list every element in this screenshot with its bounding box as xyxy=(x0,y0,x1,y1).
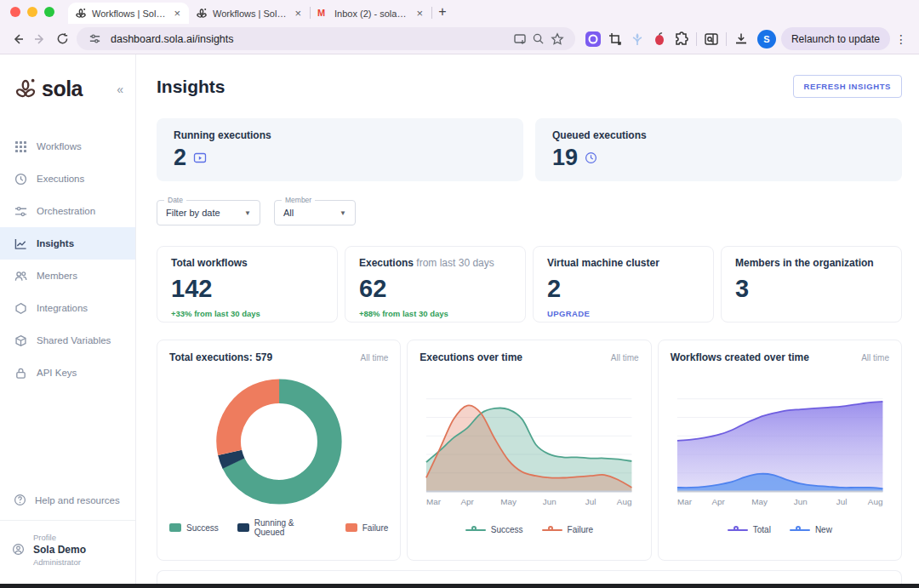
screenshot-crop-icon[interactable] xyxy=(604,28,626,50)
tab-title: Workflows | Sola Dashboard xyxy=(213,9,288,19)
profile-block[interactable]: Profile Sola Demo Administrator xyxy=(0,521,135,584)
sidebar-item-label: Executions xyxy=(37,174,84,184)
legend-label: Total xyxy=(753,525,771,534)
page-title: Insights xyxy=(157,77,225,97)
select-label: Date xyxy=(164,196,186,204)
extensions-puzzle-icon[interactable] xyxy=(671,28,693,50)
stats-row: Total workflows 142 +33% from last 30 da… xyxy=(157,246,902,323)
browser-tab-2[interactable]: Workflows | Sola Dashboard × xyxy=(189,3,310,24)
legend-item: Running & Queued xyxy=(237,518,327,537)
sola-favicon-icon xyxy=(75,8,87,20)
members-org-card: Members in the organization 3 xyxy=(721,246,902,323)
legend-line-marker xyxy=(542,526,562,534)
legend-label: Failure xyxy=(362,523,389,533)
stat-value: 2 xyxy=(547,275,699,303)
sidebar-item-executions[interactable]: Executions xyxy=(0,163,135,195)
member-filter-select[interactable]: Member All ▼ xyxy=(274,200,356,225)
sidebar-item-orchestration[interactable]: Orchestration xyxy=(0,195,135,227)
relaunch-to-update-button[interactable]: Relaunch to update xyxy=(781,27,890,50)
executions-chart-legend: SuccessFailure xyxy=(420,525,638,534)
sidebar-item-members[interactable]: Members xyxy=(0,260,135,292)
zoom-icon[interactable] xyxy=(529,30,548,49)
browser-profile-avatar[interactable]: S xyxy=(757,30,776,49)
executions-clock-icon xyxy=(14,173,27,186)
minimize-window-button[interactable] xyxy=(27,7,37,17)
x-tick-label: Mar xyxy=(677,497,693,506)
executions-area-chart: MarAprMayJunJulAug xyxy=(420,374,638,517)
tab-close-icon[interactable]: × xyxy=(414,7,425,20)
back-icon[interactable] xyxy=(7,28,29,50)
sidebar-item-label: Orchestration xyxy=(37,206,95,216)
logo-text: sola xyxy=(42,77,83,101)
side-panel-search-icon[interactable] xyxy=(700,28,722,50)
address-bar[interactable]: dashboard.sola.ai/insights xyxy=(77,27,575,50)
queued-executions-card: Queued executions 19 xyxy=(535,118,902,181)
sidebar-collapse-icon[interactable]: « xyxy=(117,83,123,96)
legend-item: New xyxy=(790,525,832,534)
shared-variables-box-icon xyxy=(14,334,27,347)
install-app-icon[interactable] xyxy=(511,30,529,49)
download-icon[interactable] xyxy=(730,28,752,50)
extension-purple-icon[interactable] xyxy=(582,28,604,50)
summary-cards-row: Running executions 2 Queued executions 1… xyxy=(157,118,902,181)
sola-logo-icon xyxy=(14,77,37,101)
date-filter-select[interactable]: Date Filter by date ▼ xyxy=(157,200,260,225)
logo-row: sola « xyxy=(0,54,135,101)
card-label: Running executions xyxy=(174,129,506,141)
toolbar-separator xyxy=(696,32,697,46)
tab-close-icon[interactable]: × xyxy=(293,7,303,20)
site-settings-icon[interactable] xyxy=(85,30,104,49)
x-tick-label: May xyxy=(751,497,768,506)
total-workflows-card: Total workflows 142 +33% from last 30 da… xyxy=(157,246,338,323)
profile-name: Sola Demo xyxy=(33,544,86,556)
sidebar-item-label: Insights xyxy=(37,238,74,248)
berry-extension-icon[interactable] xyxy=(648,28,671,50)
new-tab-button[interactable]: + xyxy=(432,2,453,22)
help-and-resources[interactable]: Help and resources xyxy=(0,485,135,520)
card-label: Queued executions xyxy=(552,129,885,141)
stat-value: 3 xyxy=(735,275,888,303)
stat-title: Virtual machine cluster xyxy=(547,257,659,269)
sidebar-item-integrations[interactable]: Integrations xyxy=(0,292,135,324)
sidebar-item-label: API Keys xyxy=(37,368,77,378)
macos-window-controls xyxy=(10,0,54,24)
sidebar-item-shared-variables[interactable]: Shared Variables xyxy=(0,324,135,357)
sidebar-item-api-keys[interactable]: API Keys xyxy=(0,357,135,389)
executions-30-days-card: Executions from last 30 days 62 +88% fro… xyxy=(345,246,526,323)
chrome-menu-icon[interactable]: ⋮ xyxy=(890,32,912,46)
chart-title: Workflows created over time xyxy=(671,351,809,363)
profile-role: Administrator xyxy=(33,557,86,567)
browser-tab-1[interactable]: Workflows | Sola Dashboard × xyxy=(68,3,189,24)
executions-over-time-chart-card: Executions over time All time MarAprMayJ… xyxy=(407,340,651,561)
help-label: Help and resources xyxy=(35,495,120,505)
tab-close-icon[interactable]: × xyxy=(172,7,182,20)
legend-color-chip xyxy=(237,523,249,532)
sidebar-item-workflows[interactable]: Workflows xyxy=(0,130,135,163)
bookmark-star-icon[interactable] xyxy=(548,30,567,49)
url-text[interactable]: dashboard.sola.ai/insights xyxy=(111,33,511,45)
forward-icon[interactable] xyxy=(29,28,51,50)
workflows-area-chart: MarAprMayJunJulAug xyxy=(671,374,889,517)
x-tick-label: Apr xyxy=(711,497,725,506)
legend-item: Failure xyxy=(345,518,389,537)
workflows-grid-icon xyxy=(14,140,27,153)
browser-toolbar: dashboard.sola.ai/insights xyxy=(0,24,919,54)
chart-range-label: All time xyxy=(361,353,389,363)
reload-icon[interactable] xyxy=(51,28,73,50)
close-window-button[interactable] xyxy=(10,7,20,17)
legend-label: Success xyxy=(186,523,219,533)
maximize-window-button[interactable] xyxy=(44,7,54,17)
x-tick-label: Aug xyxy=(867,497,882,506)
stat-title: Total workflows xyxy=(171,257,248,269)
sidebar-item-insights[interactable]: Insights xyxy=(0,227,135,260)
filters-row: Date Filter by date ▼ Member All ▼ xyxy=(157,200,902,225)
page-header: Insights REFRESH INSIGHTS xyxy=(157,75,902,98)
upgrade-link[interactable]: UPGRADE xyxy=(547,309,699,318)
refresh-insights-button[interactable]: REFRESH INSIGHTS xyxy=(793,75,903,98)
browser-tab-3[interactable]: M Inbox (2) - solademo2024@g × xyxy=(311,3,431,24)
toolbar-separator xyxy=(726,32,727,46)
members-people-icon xyxy=(14,270,27,283)
select-value: Filter by date xyxy=(166,208,220,218)
chart-range-label: All time xyxy=(611,353,639,363)
plant-extension-icon[interactable] xyxy=(626,28,648,50)
